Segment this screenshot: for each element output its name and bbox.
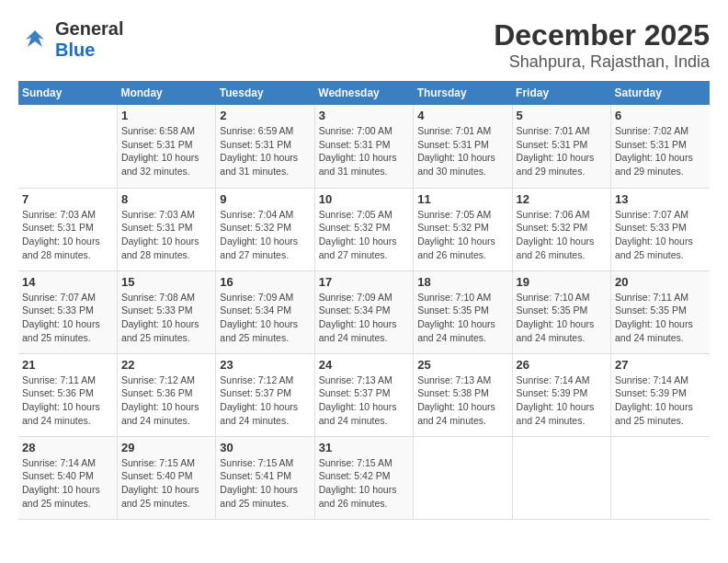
day-info: Sunrise: 7:03 AMSunset: 5:31 PMDaylight:… bbox=[22, 208, 113, 262]
calendar-cell bbox=[414, 436, 512, 519]
day-number: 6 bbox=[615, 109, 706, 122]
day-number: 19 bbox=[517, 275, 607, 289]
calendar-cell: 10Sunrise: 7:05 AMSunset: 5:32 PMDayligh… bbox=[314, 188, 413, 270]
day-info: Sunrise: 7:14 AMSunset: 5:39 PMDaylight:… bbox=[615, 373, 706, 428]
calendar-cell: 30Sunrise: 7:15 AMSunset: 5:41 PMDayligh… bbox=[216, 436, 314, 519]
day-info: Sunrise: 7:05 AMSunset: 5:32 PMDaylight:… bbox=[417, 208, 507, 262]
day-number: 17 bbox=[319, 275, 409, 289]
week-row-2: 7Sunrise: 7:03 AMSunset: 5:31 PMDaylight… bbox=[18, 188, 710, 270]
logo-icon bbox=[18, 23, 51, 56]
logo: General Blue bbox=[18, 18, 123, 61]
day-number: 12 bbox=[517, 192, 607, 206]
day-number: 7 bbox=[22, 192, 113, 206]
calendar-cell: 20Sunrise: 7:11 AMSunset: 5:35 PMDayligh… bbox=[611, 270, 710, 353]
day-number: 23 bbox=[220, 358, 310, 372]
calendar-cell: 11Sunrise: 7:05 AMSunset: 5:32 PMDayligh… bbox=[414, 188, 512, 270]
day-info: Sunrise: 7:00 AMSunset: 5:31 PMDaylight:… bbox=[319, 124, 409, 178]
calendar-title-section: December 2025 Shahpura, Rajasthan, India bbox=[494, 18, 710, 72]
day-info: Sunrise: 7:15 AMSunset: 5:41 PMDaylight:… bbox=[220, 456, 310, 511]
day-info: Sunrise: 7:09 AMSunset: 5:34 PMDaylight:… bbox=[319, 291, 409, 345]
col-header-friday: Friday bbox=[512, 81, 610, 105]
col-header-saturday: Saturday bbox=[611, 81, 710, 105]
calendar-cell bbox=[611, 436, 710, 519]
day-info: Sunrise: 7:02 AMSunset: 5:31 PMDaylight:… bbox=[615, 124, 706, 178]
calendar-cell: 24Sunrise: 7:13 AMSunset: 5:37 PMDayligh… bbox=[314, 353, 413, 436]
calendar-cell: 15Sunrise: 7:08 AMSunset: 5:33 PMDayligh… bbox=[117, 270, 215, 353]
day-number: 21 bbox=[22, 358, 113, 372]
day-info: Sunrise: 7:14 AMSunset: 5:39 PMDaylight:… bbox=[517, 373, 607, 428]
day-info: Sunrise: 7:05 AMSunset: 5:32 PMDaylight:… bbox=[319, 208, 409, 262]
day-info: Sunrise: 6:59 AMSunset: 5:31 PMDaylight:… bbox=[220, 124, 310, 178]
calendar-cell: 16Sunrise: 7:09 AMSunset: 5:34 PMDayligh… bbox=[216, 270, 314, 353]
col-header-monday: Monday bbox=[117, 81, 215, 105]
logo-general: General bbox=[55, 18, 123, 40]
day-number: 2 bbox=[220, 109, 310, 122]
calendar-cell: 29Sunrise: 7:15 AMSunset: 5:40 PMDayligh… bbox=[117, 436, 215, 519]
calendar-cell: 23Sunrise: 7:12 AMSunset: 5:37 PMDayligh… bbox=[216, 353, 314, 436]
day-number: 24 bbox=[319, 358, 409, 372]
day-number: 18 bbox=[417, 275, 507, 289]
day-info: Sunrise: 7:11 AMSunset: 5:36 PMDaylight:… bbox=[22, 373, 113, 428]
col-header-tuesday: Tuesday bbox=[216, 81, 314, 105]
day-info: Sunrise: 7:09 AMSunset: 5:34 PMDaylight:… bbox=[220, 291, 310, 345]
day-number: 27 bbox=[615, 358, 706, 372]
calendar-cell: 4Sunrise: 7:01 AMSunset: 5:31 PMDaylight… bbox=[414, 105, 512, 188]
day-info: Sunrise: 7:10 AMSunset: 5:35 PMDaylight:… bbox=[417, 291, 507, 345]
day-info: Sunrise: 7:10 AMSunset: 5:35 PMDaylight:… bbox=[517, 291, 607, 345]
day-number: 14 bbox=[22, 275, 113, 289]
day-info: Sunrise: 7:01 AMSunset: 5:31 PMDaylight:… bbox=[517, 124, 607, 178]
col-header-wednesday: Wednesday bbox=[314, 81, 413, 105]
day-info: Sunrise: 7:12 AMSunset: 5:36 PMDaylight:… bbox=[121, 373, 211, 428]
calendar-table: SundayMondayTuesdayWednesdayThursdayFrid… bbox=[18, 81, 710, 520]
day-info: Sunrise: 7:08 AMSunset: 5:33 PMDaylight:… bbox=[121, 291, 211, 345]
calendar-cell: 2Sunrise: 6:59 AMSunset: 5:31 PMDaylight… bbox=[216, 105, 314, 188]
day-info: Sunrise: 7:15 AMSunset: 5:40 PMDaylight:… bbox=[121, 456, 211, 511]
day-number: 20 bbox=[615, 275, 706, 289]
calendar-cell: 8Sunrise: 7:03 AMSunset: 5:31 PMDaylight… bbox=[117, 188, 215, 270]
day-number: 30 bbox=[220, 441, 310, 454]
day-number: 22 bbox=[121, 358, 211, 372]
day-number: 4 bbox=[417, 109, 507, 122]
calendar-cell: 26Sunrise: 7:14 AMSunset: 5:39 PMDayligh… bbox=[512, 353, 610, 436]
calendar-cell: 21Sunrise: 7:11 AMSunset: 5:36 PMDayligh… bbox=[18, 353, 117, 436]
day-number: 11 bbox=[417, 192, 507, 206]
week-row-1: 1Sunrise: 6:58 AMSunset: 5:31 PMDaylight… bbox=[18, 105, 710, 188]
calendar-cell: 13Sunrise: 7:07 AMSunset: 5:33 PMDayligh… bbox=[611, 188, 710, 270]
day-info: Sunrise: 7:11 AMSunset: 5:35 PMDaylight:… bbox=[615, 291, 706, 345]
week-row-3: 14Sunrise: 7:07 AMSunset: 5:33 PMDayligh… bbox=[18, 270, 710, 353]
calendar-cell: 6Sunrise: 7:02 AMSunset: 5:31 PMDaylight… bbox=[611, 105, 710, 188]
calendar-cell: 18Sunrise: 7:10 AMSunset: 5:35 PMDayligh… bbox=[414, 270, 512, 353]
calendar-cell: 28Sunrise: 7:14 AMSunset: 5:40 PMDayligh… bbox=[18, 436, 117, 519]
calendar-cell bbox=[18, 105, 117, 188]
day-number: 31 bbox=[319, 441, 409, 454]
day-info: Sunrise: 7:04 AMSunset: 5:32 PMDaylight:… bbox=[220, 208, 310, 262]
day-number: 5 bbox=[517, 109, 607, 122]
calendar-cell: 19Sunrise: 7:10 AMSunset: 5:35 PMDayligh… bbox=[512, 270, 610, 353]
calendar-location: Shahpura, Rajasthan, India bbox=[494, 52, 710, 72]
col-header-thursday: Thursday bbox=[414, 81, 512, 105]
calendar-cell: 3Sunrise: 7:00 AMSunset: 5:31 PMDaylight… bbox=[314, 105, 413, 188]
week-row-4: 21Sunrise: 7:11 AMSunset: 5:36 PMDayligh… bbox=[18, 353, 710, 436]
day-info: Sunrise: 6:58 AMSunset: 5:31 PMDaylight:… bbox=[121, 124, 211, 178]
calendar-cell: 22Sunrise: 7:12 AMSunset: 5:36 PMDayligh… bbox=[117, 353, 215, 436]
calendar-cell: 5Sunrise: 7:01 AMSunset: 5:31 PMDaylight… bbox=[512, 105, 610, 188]
calendar-cell bbox=[512, 436, 610, 519]
calendar-cell: 17Sunrise: 7:09 AMSunset: 5:34 PMDayligh… bbox=[314, 270, 413, 353]
calendar-cell: 14Sunrise: 7:07 AMSunset: 5:33 PMDayligh… bbox=[18, 270, 117, 353]
logo-text: General Blue bbox=[55, 18, 123, 61]
day-number: 26 bbox=[517, 358, 607, 372]
day-info: Sunrise: 7:07 AMSunset: 5:33 PMDaylight:… bbox=[615, 208, 706, 262]
page-header: General Blue December 2025 Shahpura, Raj… bbox=[18, 18, 710, 72]
day-number: 9 bbox=[220, 192, 310, 206]
calendar-header-row: SundayMondayTuesdayWednesdayThursdayFrid… bbox=[18, 81, 710, 105]
calendar-cell: 1Sunrise: 6:58 AMSunset: 5:31 PMDaylight… bbox=[117, 105, 215, 188]
calendar-cell: 7Sunrise: 7:03 AMSunset: 5:31 PMDaylight… bbox=[18, 188, 117, 270]
day-number: 1 bbox=[121, 109, 211, 122]
day-info: Sunrise: 7:01 AMSunset: 5:31 PMDaylight:… bbox=[417, 124, 507, 178]
calendar-cell: 31Sunrise: 7:15 AMSunset: 5:42 PMDayligh… bbox=[314, 436, 413, 519]
day-info: Sunrise: 7:13 AMSunset: 5:37 PMDaylight:… bbox=[319, 373, 409, 428]
calendar-cell: 25Sunrise: 7:13 AMSunset: 5:38 PMDayligh… bbox=[414, 353, 512, 436]
calendar-cell: 9Sunrise: 7:04 AMSunset: 5:32 PMDaylight… bbox=[216, 188, 314, 270]
day-number: 10 bbox=[319, 192, 409, 206]
svg-marker-0 bbox=[26, 30, 44, 47]
